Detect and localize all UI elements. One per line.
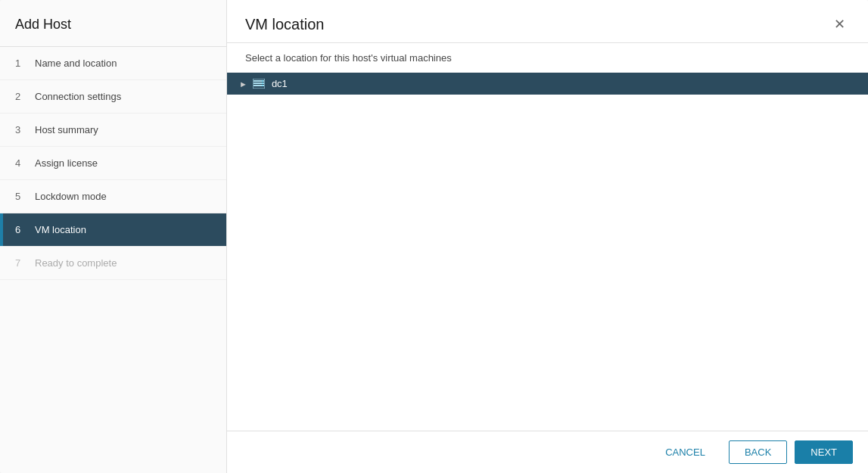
dialog-body: Add Host 1Name and location2Connection s… (0, 0, 868, 473)
cancel-button[interactable]: CANCEL (649, 440, 721, 464)
step-number: 6 (15, 224, 27, 235)
step-label: VM location (35, 224, 86, 235)
step-label: Host summary (35, 124, 98, 135)
sidebar-item-lockdown-mode[interactable]: 5Lockdown mode (0, 180, 226, 213)
sidebar-item-vm-location[interactable]: 6VM location (0, 213, 226, 247)
sidebar-item-assign-license[interactable]: 4Assign license (0, 147, 226, 180)
sidebar-item-host-summary[interactable]: 3Host summary (0, 114, 226, 147)
sidebar-item-connection-settings[interactable]: 2Connection settings (0, 80, 226, 114)
sidebar: Add Host 1Name and location2Connection s… (0, 0, 227, 473)
step-label: Name and location (35, 58, 117, 69)
add-host-dialog: Add Host 1Name and location2Connection s… (0, 0, 868, 473)
datacenter-icon (252, 79, 266, 89)
tree-area: ► dc1 (227, 70, 868, 431)
svg-point-4 (262, 80, 263, 82)
active-indicator (0, 213, 3, 246)
footer: CANCEL BACK NEXT (227, 431, 868, 473)
main-title: VM location (245, 16, 325, 33)
close-button[interactable]: ✕ (829, 14, 850, 35)
main-header: VM location ✕ (227, 0, 868, 43)
step-label: Lockdown mode (35, 191, 107, 202)
svg-point-5 (262, 82, 263, 84)
step-number: 5 (15, 191, 27, 202)
tree-expand-icon[interactable]: ► (239, 79, 247, 89)
step-number: 3 (15, 124, 27, 135)
dc1-label: dc1 (272, 78, 288, 89)
dc1-tree-row[interactable]: ► dc1 (227, 73, 868, 95)
sidebar-items-container: 1Name and location2Connection settings3H… (0, 47, 226, 280)
step-label: Connection settings (35, 91, 121, 102)
step-number: 4 (15, 157, 27, 169)
step-label: Assign license (35, 157, 98, 169)
back-button[interactable]: BACK (729, 440, 787, 464)
svg-point-6 (262, 85, 263, 86)
next-button[interactable]: NEXT (795, 440, 853, 464)
main-content: VM location ✕ Select a location for this… (227, 0, 868, 473)
sidebar-title: Add Host (0, 0, 226, 47)
sidebar-item-ready-to-complete: 7Ready to complete (0, 247, 226, 280)
main-subtitle: Select a location for this host's virtua… (227, 43, 868, 70)
step-number: 1 (15, 58, 27, 69)
step-label: Ready to complete (35, 257, 117, 269)
sidebar-item-name-and-location[interactable]: 1Name and location (0, 47, 226, 80)
step-number: 7 (15, 257, 27, 269)
step-number: 2 (15, 91, 27, 102)
